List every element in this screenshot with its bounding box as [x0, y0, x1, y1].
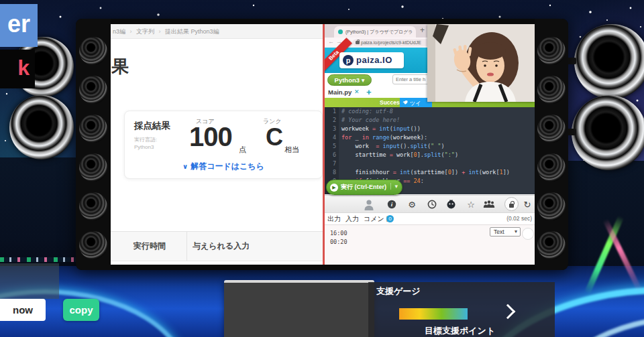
follow-now-button[interactable]: now — [0, 299, 46, 321]
breadcrumb-item: 提出結果 Python3編 — [165, 28, 219, 35]
page-title-fragment: 果 — [111, 55, 129, 78]
lock-icon[interactable] — [504, 197, 519, 211]
speaker-mount-bar — [567, 58, 576, 64]
tab-output[interactable]: 出力 — [327, 214, 341, 224]
lock-icon — [356, 41, 360, 45]
gauge-target-label: 目標支援ポイント — [425, 325, 495, 337]
streamer-waving — [427, 24, 535, 102]
bezel-speaker — [537, 115, 566, 143]
breadcrumb: n3編 › 文字列 › 提出結果 Python3編 — [111, 24, 323, 39]
score-value: 100 — [189, 122, 232, 152]
result-table-header: 実行時間 与えられる入力 — [111, 231, 323, 261]
user-icon[interactable] — [364, 199, 374, 210]
bezel-speaker — [537, 37, 566, 65]
group-icon[interactable] — [483, 200, 494, 210]
run-button[interactable]: ▶ 実行 (Ctrl-Enter) ▾ — [326, 180, 402, 195]
screen-bezel-right — [535, 19, 568, 270]
monitor-back — [224, 280, 374, 337]
new-tab-button[interactable]: + — [420, 25, 425, 35]
file-tab-mainpy[interactable]: Main.py — [328, 88, 352, 96]
column-header-input: 与えられる入力 — [193, 232, 250, 261]
github-icon[interactable] — [445, 200, 456, 210]
tweet-label: ツイ — [410, 100, 421, 107]
chevron-right-icon[interactable] — [500, 304, 516, 320]
output-tabs: 出力 入力 コメント 0 (0.02 sec) — [325, 213, 535, 225]
bezel-speaker — [79, 115, 107, 143]
score-result-card: 採点結果 実行言語: Python3 スコア 100 点 ランク C 相当 ∨解… — [124, 111, 323, 179]
execution-language: 実行言語: Python3 — [134, 136, 157, 151]
bezel-speaker — [537, 153, 566, 182]
bezel-speaker — [79, 37, 107, 65]
overlay-badge-bottom: k — [0, 50, 35, 88]
tab-favicon — [338, 29, 343, 34]
rank-unit: 相当 — [284, 145, 299, 155]
gauge-title: 支援ゲージ — [376, 285, 421, 297]
output-panel: 出力 入力 コメント 0 (0.02 sec) 16:00 00:20 Text… — [325, 213, 535, 265]
paiza-logo-icon: p — [343, 55, 354, 66]
twitter-bird-icon — [402, 100, 408, 105]
comment-count-badge: 0 — [386, 215, 394, 222]
refresh-icon[interactable]: ↻ — [522, 200, 533, 210]
output-text: 16:00 00:20 — [330, 229, 347, 247]
bezel-speaker — [537, 231, 566, 259]
screen-content: n3編 › 文字列 › 提出結果 Python3編 果 採点結果 実行言語: P… — [111, 24, 535, 265]
chevron-down-icon: ∨ — [182, 163, 188, 170]
close-icon[interactable]: ✕ — [354, 88, 360, 95]
select-caret-icon: ▾ — [515, 228, 517, 236]
star-icon[interactable]: ☆ — [466, 200, 476, 210]
overlay-badge-top: er — [0, 4, 38, 47]
tab-title: (Python3) | ブラウザでプログラ — [345, 29, 413, 36]
answer-code-link[interactable]: ∨解答コードはこちら — [125, 161, 322, 172]
browser-tab[interactable]: (Python3) | ブラウザでプログラ — [334, 26, 416, 38]
bezel-speaker — [79, 153, 107, 182]
webcam-overlay — [427, 24, 535, 102]
url-field[interactable]: paiza.io/projects/c9-ktDUdJE — [353, 39, 431, 46]
speaker-right-bottom — [572, 95, 644, 170]
column-header-exec-time: 実行時間 — [133, 232, 166, 261]
screen-bezel-left — [76, 19, 111, 270]
bottom-left-panel — [0, 263, 59, 299]
language-dropdown[interactable]: Python3 ▾ — [327, 74, 372, 86]
paiza-browser: (Python3) | ブラウザでプログラ + ← → ↻ paiza.io/p… — [325, 24, 535, 265]
info-icon[interactable]: i — [386, 200, 397, 210]
column-divider — [186, 232, 187, 261]
add-file-button[interactable]: + — [366, 87, 372, 97]
floating-button-partial[interactable] — [522, 228, 534, 240]
score-unit: 点 — [239, 145, 246, 155]
tab-input[interactable]: 入力 — [345, 214, 359, 224]
city-skyline-left — [0, 157, 79, 271]
breadcrumb-separator: › — [130, 28, 132, 35]
back-icon[interactable]: ← — [328, 38, 334, 45]
speaker-left-bottom — [9, 95, 74, 159]
clock-icon[interactable] — [427, 200, 437, 210]
breadcrumb-item[interactable]: n3編 — [113, 28, 125, 35]
breadcrumb-separator: › — [159, 28, 161, 35]
bezel-speaker — [79, 231, 107, 259]
copy-button[interactable]: copy — [63, 299, 99, 321]
rank-value: C — [266, 123, 283, 151]
screenshot-root: n3編 › 文字列 › 提出結果 Python3編 果 採点結果 実行言語: P… — [0, 0, 644, 337]
format-select[interactable]: Text ▾ — [490, 227, 521, 237]
run-options-caret[interactable]: ▾ — [390, 183, 398, 190]
bezel-speaker — [79, 192, 107, 220]
paiza-logo-text: paiza.IO — [356, 55, 392, 65]
bezel-speaker — [537, 76, 566, 104]
bezel-speaker — [79, 76, 107, 104]
speaker-right-top — [574, 24, 644, 99]
execution-time: (0.02 sec) — [506, 215, 532, 222]
breadcrumb-item[interactable]: 文字列 — [136, 28, 154, 35]
speaker-mount-bar — [567, 129, 576, 135]
bezel-speaker — [537, 192, 566, 220]
paiza-logo[interactable]: p paiza.IO — [339, 52, 404, 68]
icon-toolbar: i ⚙ ☆ — [325, 195, 535, 213]
card-title: 採点結果 — [134, 120, 170, 132]
support-gauge-panel: 支援ゲージ 目標支援ポイント — [368, 282, 555, 337]
gauge-bar — [399, 308, 468, 320]
big-screen: n3編 › 文字列 › 提出結果 Python3編 果 採点結果 実行言語: P… — [76, 19, 568, 270]
play-icon: ▶ — [330, 184, 338, 192]
result-page: n3編 › 文字列 › 提出結果 Python3編 果 採点結果 実行言語: P… — [111, 24, 323, 265]
gear-icon[interactable]: ⚙ — [407, 200, 417, 210]
